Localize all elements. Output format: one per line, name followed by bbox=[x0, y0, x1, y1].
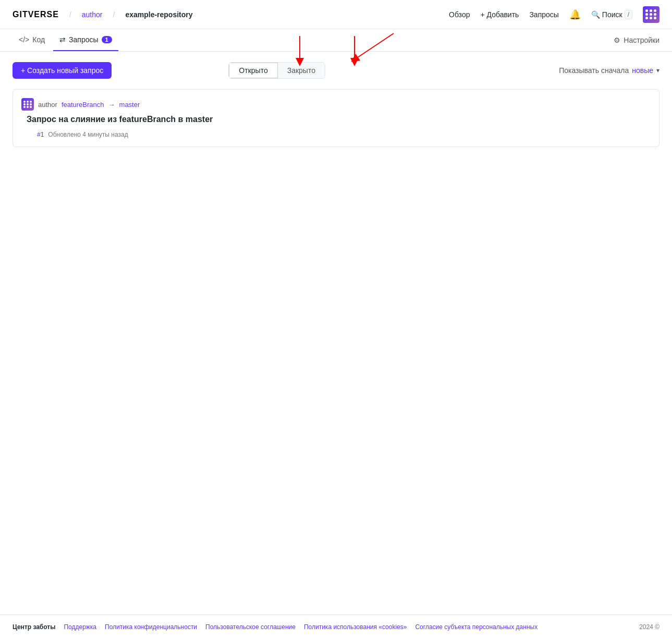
requests-icon: ⇄ bbox=[59, 35, 66, 44]
settings-label: Настройки bbox=[624, 36, 659, 44]
pr-branch-to[interactable]: master bbox=[119, 101, 140, 108]
overview-nav[interactable]: Обзор bbox=[449, 10, 470, 19]
sort-value[interactable]: новые bbox=[632, 66, 653, 75]
code-label: Код bbox=[32, 35, 45, 44]
requests-badge: 1 bbox=[102, 36, 112, 43]
pr-meta: author featureBranch → master bbox=[21, 98, 651, 111]
settings-icon: ⚙ bbox=[614, 36, 620, 44]
search-icon: 🔍 bbox=[591, 10, 600, 19]
sep1: / bbox=[69, 10, 71, 19]
filter-area-wrapper: + Создать новый запрос Открыто Закрыто П… bbox=[13, 62, 659, 79]
chevron-down-icon[interactable]: ▾ bbox=[656, 67, 659, 74]
main-content: + Создать новый запрос Открыто Закрыто П… bbox=[0, 52, 672, 614]
tab-requests[interactable]: ⇄ Запросы 1 bbox=[53, 29, 118, 51]
filter-tabs: Открыто Закрыто bbox=[228, 62, 325, 79]
pr-author: author bbox=[38, 101, 57, 108]
tab-code[interactable]: </> Код bbox=[13, 29, 51, 51]
filter-bar: + Создать новый запрос Открыто Закрыто П… bbox=[13, 62, 659, 79]
pr-branch-from[interactable]: featureBranch bbox=[62, 101, 104, 108]
create-request-button[interactable]: + Создать новый запрос bbox=[13, 62, 112, 79]
user-avatar[interactable] bbox=[643, 6, 659, 23]
pr-number: #1 bbox=[37, 131, 44, 138]
support-link[interactable]: Поддержка bbox=[64, 623, 96, 631]
tab-closed[interactable]: Закрыто bbox=[278, 63, 325, 78]
bell-icon[interactable]: 🔔 bbox=[569, 9, 581, 20]
cookies-link[interactable]: Политика использования «cookies» bbox=[304, 623, 407, 631]
terms-link[interactable]: Пользовательское соглашение bbox=[205, 623, 296, 631]
sort-label: Показывать сначала bbox=[559, 66, 629, 75]
logo: GITVERSE bbox=[13, 10, 59, 19]
care-center-link[interactable]: Центр заботы bbox=[13, 623, 55, 631]
header-nav: Обзор + Добавить Запросы 🔔 🔍 Поиск / bbox=[449, 6, 659, 23]
settings-button[interactable]: ⚙ Настройки bbox=[614, 36, 659, 44]
privacy-link[interactable]: Политика конфиденциальности bbox=[105, 623, 197, 631]
avatar bbox=[21, 98, 34, 111]
consent-link[interactable]: Согласие субъекта персональных данных bbox=[415, 623, 537, 631]
slash-shortcut: / bbox=[625, 10, 632, 19]
sort-section: Показывать сначала новые ▾ bbox=[559, 66, 659, 75]
requests-nav[interactable]: Запросы bbox=[529, 10, 558, 19]
table-row: author featureBranch → master Запрос на … bbox=[13, 90, 659, 147]
requests-label: Запросы bbox=[69, 35, 98, 44]
search-label: Поиск bbox=[602, 10, 622, 19]
subnav: </> Код ⇄ Запросы 1 ⚙ Настройки bbox=[0, 29, 672, 52]
code-icon: </> bbox=[19, 35, 29, 44]
add-nav[interactable]: + Добавить bbox=[480, 10, 519, 19]
repo-name: example-repository bbox=[125, 10, 192, 19]
sep2: / bbox=[113, 10, 115, 19]
pr-arrow-icon: → bbox=[108, 101, 115, 108]
pr-title[interactable]: Запрос на слияние из featureBranch в mas… bbox=[27, 115, 213, 124]
header: GITVERSE / author / example-repository О… bbox=[0, 0, 672, 29]
pr-subtitle: #1 Обновлено 4 минуты назад bbox=[37, 131, 651, 138]
pr-list: author featureBranch → master Запрос на … bbox=[13, 89, 659, 147]
search-area[interactable]: 🔍 Поиск / bbox=[591, 10, 632, 19]
copyright: 2024 © bbox=[639, 623, 659, 631]
author-link[interactable]: author bbox=[82, 10, 103, 19]
tab-open[interactable]: Открыто bbox=[229, 63, 277, 78]
footer: Центр заботы Поддержка Политика конфиден… bbox=[0, 614, 672, 639]
pr-updated: Обновлено 4 минуты назад bbox=[48, 131, 128, 138]
pr-title-row: Запрос на слияние из featureBranch в mas… bbox=[21, 115, 651, 128]
